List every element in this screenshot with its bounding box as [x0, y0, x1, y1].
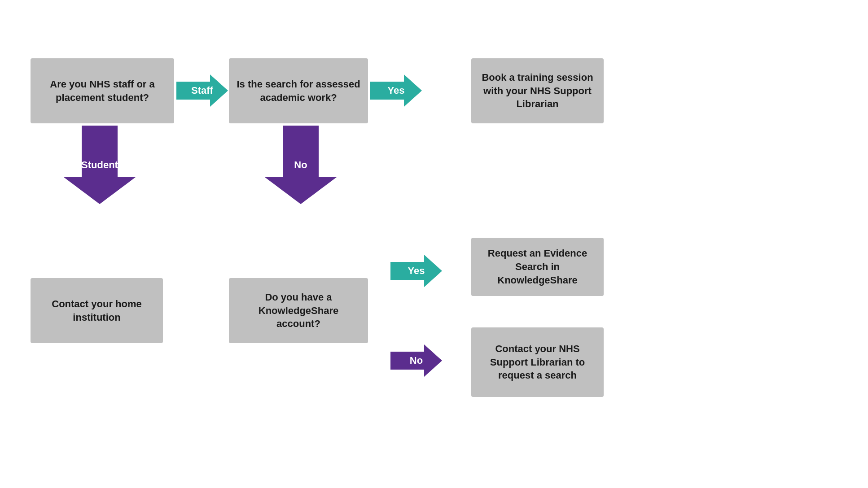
- box-contact-home-institution: Contact your home institution: [31, 278, 163, 343]
- arrow-yes2: [390, 255, 442, 287]
- arrow-student: [64, 126, 136, 204]
- svg-marker-0: [176, 74, 228, 107]
- arrow-no2: [390, 344, 442, 377]
- svg-marker-3: [390, 344, 442, 377]
- box-are-you-nhs-staff: Are you NHS staff or a placement student…: [31, 58, 174, 123]
- box-request-evidence-search: Request an Evidence Search in KnowledgeS…: [471, 238, 604, 296]
- box-book-training: Book a training session with your NHS Su…: [471, 58, 604, 123]
- svg-marker-1: [370, 74, 422, 107]
- box-contact-nhs-librarian: Contact your NHS Support Librarian to re…: [471, 327, 604, 397]
- flowchart: Are you NHS staff or a placement student…: [0, 0, 868, 488]
- arrow-no1: [265, 126, 337, 204]
- arrow-staff: [176, 74, 228, 107]
- svg-marker-2: [390, 255, 442, 287]
- svg-marker-5: [265, 126, 337, 204]
- arrow-yes1: [370, 74, 422, 107]
- box-assessed-academic-work: Is the search for assessed academic work…: [229, 58, 368, 123]
- box-knowledgeshare-account: Do you have a KnowledgeShare account?: [229, 278, 368, 343]
- svg-marker-4: [64, 126, 136, 204]
